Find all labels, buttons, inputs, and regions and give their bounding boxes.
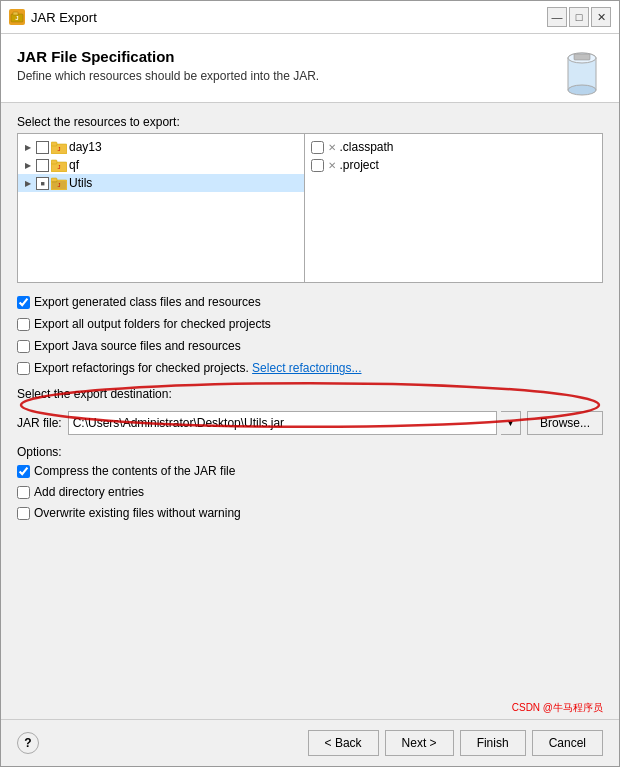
header-title: JAR File Specification — [17, 48, 551, 65]
header-section: JAR File Specification Define which reso… — [1, 34, 619, 103]
overwrite-label: Overwrite existing files without warning — [34, 506, 241, 520]
export-source-files-label: Export Java source files and resources — [34, 339, 241, 353]
resources-section: Select the resources to export: ▶ J day1… — [17, 115, 603, 283]
select-refactorings-link[interactable]: Select refactorings... — [252, 361, 361, 375]
jar-file-input-container: ▼ — [68, 411, 521, 435]
options-section: Options: Compress the contents of the JA… — [17, 445, 603, 522]
export-output-folders-row: Export all output folders for checked pr… — [17, 315, 603, 333]
svg-rect-9 — [51, 142, 57, 146]
button-bar-right: < Back Next > Finish Cancel — [308, 730, 603, 756]
export-refactorings-checkbox[interactable] — [17, 362, 30, 375]
tree-item-label-utils: Utils — [69, 176, 92, 190]
browse-button[interactable]: Browse... — [527, 411, 603, 435]
jar-file-label: JAR file: — [17, 416, 62, 430]
classpath-label: .classpath — [340, 140, 394, 154]
dir-entries-row: Add directory entries — [17, 483, 603, 501]
title-bar: J JAR Export — □ ✕ — [1, 1, 619, 34]
tree-checkbox-qf[interactable] — [36, 159, 49, 172]
jar-icon — [561, 48, 603, 90]
checkbox-project-row: ✕ .project — [311, 156, 597, 174]
folder-icon-qf: J — [51, 159, 67, 172]
compress-row: Compress the contents of the JAR file — [17, 462, 603, 480]
tree-item-utils[interactable]: ▶ J Utils — [18, 174, 304, 192]
tree-item-qf[interactable]: ▶ J qf — [18, 156, 304, 174]
main-content: Select the resources to export: ▶ J day1… — [1, 103, 619, 699]
minimize-button[interactable]: — — [547, 7, 567, 27]
tree-arrow-utils: ▶ — [22, 177, 34, 189]
jar-file-row: JAR file: ▼ Browse... — [17, 411, 603, 435]
export-output-folders-checkbox[interactable] — [17, 318, 30, 331]
destination-section: Select the export destination: JAR file:… — [17, 387, 603, 435]
export-gen-class-row: Export generated class files and resourc… — [17, 293, 603, 311]
header-description: Define which resources should be exporte… — [17, 69, 551, 83]
svg-text:J: J — [58, 146, 61, 152]
dir-entries-label: Add directory entries — [34, 485, 144, 499]
export-source-files-row: Export Java source files and resources — [17, 337, 603, 355]
back-button[interactable]: < Back — [308, 730, 379, 756]
export-output-folders-label: Export all output folders for checked pr… — [34, 317, 271, 331]
button-bar: ? < Back Next > Finish Cancel — [1, 719, 619, 766]
jar-file-dropdown[interactable]: ▼ — [501, 411, 521, 435]
export-options: Export generated class files and resourc… — [17, 293, 603, 377]
tree-item-label-day13: day13 — [69, 140, 102, 154]
svg-text:J: J — [58, 164, 61, 170]
tree-item-label-qf: qf — [69, 158, 79, 172]
button-bar-left: ? — [17, 732, 39, 754]
resources-container: ▶ J day13 ▶ — [17, 133, 603, 283]
checkbox-classpath[interactable] — [311, 141, 324, 154]
compress-checkbox[interactable] — [17, 465, 30, 478]
svg-text:J: J — [15, 15, 18, 21]
jar-export-window: J JAR Export — □ ✕ JAR File Specificatio… — [0, 0, 620, 767]
svg-text:J: J — [58, 182, 61, 188]
export-refactorings-row: Export refactorings for checked projects… — [17, 359, 603, 377]
export-gen-class-checkbox[interactable] — [17, 296, 30, 309]
tree-arrow-qf: ▶ — [22, 159, 34, 171]
finish-button[interactable]: Finish — [460, 730, 526, 756]
export-source-files-checkbox[interactable] — [17, 340, 30, 353]
folder-icon-utils: J — [51, 177, 67, 190]
svg-rect-12 — [51, 160, 57, 164]
export-gen-class-label: Export generated class files and resourc… — [34, 295, 261, 309]
checkbox-project[interactable] — [311, 159, 324, 172]
right-checkboxes-panel: ✕ .classpath ✕ .project — [305, 134, 603, 282]
window-title: JAR Export — [31, 10, 541, 25]
watermark: CSDN @牛马程序员 — [1, 699, 619, 719]
tree-arrow-day13: ▶ — [22, 141, 34, 153]
window-controls: — □ ✕ — [547, 7, 611, 27]
overwrite-row: Overwrite existing files without warning — [17, 504, 603, 522]
options-label: Options: — [17, 445, 603, 459]
tree-item-day13[interactable]: ▶ J day13 — [18, 138, 304, 156]
next-button[interactable]: Next > — [385, 730, 454, 756]
window-icon: J — [9, 9, 25, 25]
compress-label: Compress the contents of the JAR file — [34, 464, 235, 478]
tree-checkbox-utils[interactable] — [36, 177, 49, 190]
tree-checkbox-day13[interactable] — [36, 141, 49, 154]
destination-label: Select the export destination: — [17, 387, 603, 401]
export-refactorings-label: Export refactorings for checked projects… — [34, 361, 362, 375]
project-label: .project — [340, 158, 379, 172]
dir-entries-checkbox[interactable] — [17, 486, 30, 499]
svg-point-5 — [568, 85, 596, 95]
maximize-button[interactable]: □ — [569, 7, 589, 27]
destination-wrapper: Select the export destination: JAR file:… — [17, 387, 603, 435]
svg-rect-7 — [574, 54, 590, 60]
close-button[interactable]: ✕ — [591, 7, 611, 27]
header-text: JAR File Specification Define which reso… — [17, 48, 551, 83]
resources-label: Select the resources to export: — [17, 115, 603, 129]
overwrite-checkbox[interactable] — [17, 507, 30, 520]
jar-file-input[interactable] — [68, 411, 497, 435]
cancel-button[interactable]: Cancel — [532, 730, 603, 756]
help-button[interactable]: ? — [17, 732, 39, 754]
folder-icon-day13: J — [51, 141, 67, 154]
checkbox-classpath-row: ✕ .classpath — [311, 138, 597, 156]
tree-panel[interactable]: ▶ J day13 ▶ — [18, 134, 305, 282]
